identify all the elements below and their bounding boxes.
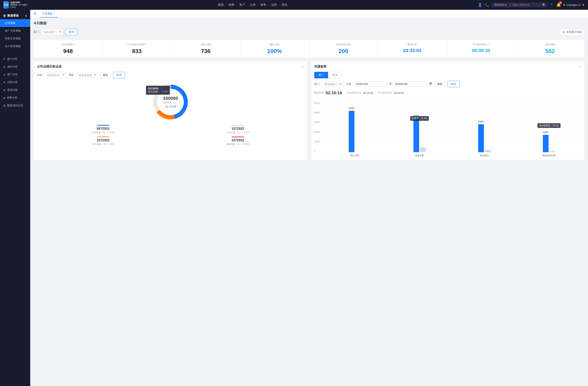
stat-card-first-consult: 今日首咨客户 948	[34, 39, 103, 58]
tablet-icon[interactable]: 📱	[550, 3, 554, 7]
comm-stat-duration: 通话时长 02:10:19	[314, 91, 342, 95]
goal-query-button[interactable]: 查询	[113, 72, 125, 78]
main-nav: 数据 线索 客户 公海 财务 运营 报名	[28, 2, 478, 8]
nav-operations[interactable]: 运营	[271, 2, 277, 8]
bar-label: 18000	[543, 131, 549, 134]
sidebar-grid-icon: ⊞	[3, 14, 6, 17]
search-icon[interactable]: 🔍	[542, 3, 546, 6]
stat-value: 03:33:03	[380, 48, 444, 53]
logo: 云朵 云朵CRM 教育机构一站 托服务云平台	[3, 1, 28, 9]
goal-stat-completed: 8972932 已完成量（元）| 70.9%	[37, 125, 169, 134]
goal-stat-bar-completed	[97, 125, 109, 126]
comm-stat-label: 平均通话时长	[378, 91, 392, 95]
sidebar-item-label: 销售分析	[7, 96, 18, 99]
bar-eff-connected-tall[interactable]: 18000	[543, 135, 549, 152]
nav-finance[interactable]: 财务	[260, 2, 266, 8]
nav-signup[interactable]: 报名	[282, 2, 288, 8]
grid-label: 10000	[314, 140, 320, 143]
nav-sea[interactable]: 公海	[250, 2, 256, 8]
user-icon[interactable]: 👤	[478, 3, 482, 7]
dept-filter-select[interactable]: 请选择部门	[41, 29, 63, 35]
goal-panel-title: 公司业绩目标达成	[37, 65, 62, 69]
donut-center-badge: 👍 已达成	[163, 105, 178, 108]
sidebar-item-customer-board[interactable]: 客户经理看板	[0, 42, 30, 50]
sidebar-item-visitor[interactable]: ✦ 访客分析	[0, 78, 30, 86]
stat-label: 今日有效首咨客户	[105, 43, 169, 46]
x-label-connected: 接通次数	[387, 154, 452, 157]
bar-group-eff-connected: 18000 有效接通率：70.9%	[517, 104, 581, 152]
period-select[interactable]: 请选择周期	[76, 72, 98, 78]
phone-icon[interactable]: 📞	[485, 3, 489, 7]
settings-display-button[interactable]: ⚙ 设置显示指标	[560, 29, 585, 35]
stat-label: 通话时长	[380, 43, 444, 46]
donut-chart-area: 1072932 所占比例： 70.9%	[37, 82, 304, 122]
search-type-select[interactable]: 手机号码	[493, 3, 507, 6]
user-menu[interactable]: manager11 ▼	[563, 3, 585, 6]
goal-reset-button[interactable]: 重置	[100, 72, 110, 78]
sidebar-collapse-icon[interactable]: ∧	[25, 14, 27, 17]
stat-label: 成交单数	[518, 43, 582, 46]
tab-dept[interactable]: 部门	[314, 72, 328, 78]
comm-tabs: 部门 个人	[314, 72, 581, 78]
bar-inner: 18000 有效接通率：70.9%	[543, 104, 555, 152]
comm-stat-label: 通话时长	[314, 91, 324, 95]
nav-customers[interactable]: 客户	[239, 2, 245, 8]
today-query-button[interactable]: 查询	[65, 29, 77, 35]
calendar-icon[interactable]: 📅	[429, 82, 432, 86]
bar-chart-grid: 50000 40000 30000 20000	[314, 104, 581, 157]
date-range: 至 📅	[354, 81, 432, 87]
goal-expand-icon[interactable]: ⤢	[302, 65, 304, 68]
nav-leads[interactable]: 线索	[229, 2, 234, 8]
sidebar-item-channel[interactable]: ⊚ 渠道分析	[0, 86, 30, 94]
sidebar-item-company-board[interactable]: 公司看板	[0, 19, 30, 27]
grid-label: 30000	[314, 121, 320, 123]
stat-value: 552	[518, 48, 582, 55]
sidebar-item-label: 公司看板	[5, 21, 16, 25]
stat-card-avg-duration: 平均通话时长 ⓘ 00:00:33	[447, 39, 516, 58]
stat-value: 100%	[243, 48, 306, 55]
nav-data[interactable]: 数据	[218, 2, 224, 8]
stat-label: 拨打次数	[243, 43, 306, 46]
sidebar: ⊞ 数据看板 ∧ 公司看板 推广主管看板 销售主管看板 客户经理看板 ⊽ 漏斗分…	[0, 10, 30, 386]
info-icon[interactable]: ⓘ	[488, 43, 490, 46]
comm-reset-button[interactable]: 重置	[435, 81, 445, 87]
bar-effective-tall[interactable]: 29000	[478, 124, 484, 152]
sidebar-item-sales-board[interactable]: 销售主管看板	[0, 35, 30, 42]
tab-close-icon[interactable]: ✕	[54, 12, 56, 15]
bar-inner: 35000 接通率：70.9%	[413, 104, 426, 152]
comm-expand-icon[interactable]: ⤢	[579, 65, 581, 68]
search-box: 手机号码 ▼ 🔍	[492, 2, 547, 7]
grid-label: 0	[314, 150, 315, 152]
sidebar-item-promo-board[interactable]: 推广主管看板	[0, 27, 30, 35]
tooltip-value: 1072932	[148, 87, 168, 90]
search-input[interactable]	[512, 3, 541, 6]
goal-stat-incomplete: 1072932 未完成量（元）| 20.9%	[172, 125, 304, 134]
comm-query-button[interactable]: 查询	[447, 81, 460, 87]
bar-connected-tall[interactable]: 35000	[413, 118, 419, 152]
donut-chart: 1072932 所占比例： 70.9%	[150, 82, 191, 122]
date-to-input[interactable]	[393, 81, 427, 87]
tab-label: 公司看板	[42, 12, 53, 16]
date-from-input[interactable]	[354, 81, 388, 87]
sidebar-item-promote[interactable]: ⊿ 推广分析	[0, 71, 30, 78]
tab-personal[interactable]: 个人	[328, 72, 342, 78]
goal-panel-header: 公司业绩目标达成 ⤢	[37, 65, 304, 69]
goal-filter-row: 目标 请选择目标 周期 请选择周期 重置 查询	[37, 72, 304, 78]
stat-card-call-duration: 通话时长 03:33:03	[378, 39, 447, 58]
comm-panel: 沟通效率 ⤢ 部门 个人 部门 请选择部门 日期	[311, 61, 585, 161]
sidebar-item-funnel[interactable]: ⊽ 漏斗分析	[0, 55, 30, 63]
goal-select[interactable]: 请选择目标	[45, 72, 66, 78]
comm-dept-select[interactable]: 请选择部门	[322, 81, 343, 87]
user-dropdown-icon[interactable]: ▼	[582, 3, 585, 6]
notification-btn[interactable]: 🔔 5	[556, 3, 561, 7]
sidebar-item-data-flow[interactable]: ⊞ 数据流转记录	[0, 102, 30, 109]
sidebar-item-cost[interactable]: ◎ 成本分析	[0, 63, 30, 71]
sidebar-item-label: 渠道分析	[7, 88, 18, 92]
hamburger-icon[interactable]: ☰	[34, 12, 36, 16]
sidebar-item-label: 漏斗分析	[7, 57, 18, 61]
grid-label: 50000	[314, 102, 320, 104]
sidebar-item-sales-analysis[interactable]: ◈ 销售分析	[0, 94, 30, 102]
bar-dial-tall[interactable]: 43000	[349, 111, 355, 152]
sidebar-item-label: 推广主管看板	[5, 29, 21, 33]
tab-company-board[interactable]: 公司看板 ✕	[40, 10, 58, 18]
